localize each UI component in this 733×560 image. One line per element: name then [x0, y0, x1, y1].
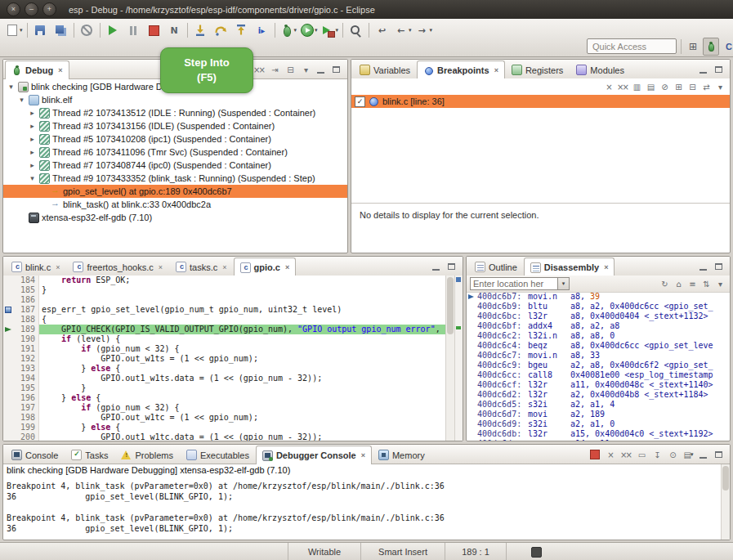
- tab-gpio-c[interactable]: gpio.c×: [234, 258, 297, 276]
- maximize-icon[interactable]: [445, 260, 458, 273]
- expander-icon[interactable]: ▸: [28, 148, 37, 156]
- ruler-cell[interactable]: [3, 413, 13, 423]
- instruction-stepping-button[interactable]: i▸: [252, 20, 272, 40]
- terminate-icon[interactable]: [588, 448, 601, 461]
- close-icon[interactable]: ×: [58, 66, 62, 74]
- console-output[interactable]: Breakpoint 4, blink_task (pvParameter=0x…: [7, 481, 718, 540]
- quick-access-box[interactable]: Quick Access: [587, 38, 677, 54]
- line-number[interactable]: 197: [13, 403, 35, 413]
- code-area[interactable]: return ESP_OK;} esp_err_t gpio_set_level…: [39, 276, 445, 441]
- ruler-cell[interactable]: [3, 295, 13, 305]
- close-icon[interactable]: ×: [56, 263, 60, 271]
- chevron-down-icon[interactable]: ▾: [409, 27, 412, 34]
- ruler-cell[interactable]: [3, 334, 13, 344]
- tab-memory[interactable]: Memory: [372, 446, 431, 464]
- code-line[interactable]: GPIO.out_w1ts = (1 << gpio_num);: [39, 354, 445, 364]
- tab-debug[interactable]: Debug ×: [5, 60, 69, 79]
- line-number[interactable]: 188: [13, 315, 35, 325]
- disassembly-line[interactable]: 400dc6b9:bltua8, a2, 0x400dc6cc <gpio_se…: [467, 302, 730, 311]
- status-progress-icon[interactable]: [531, 547, 542, 558]
- remove-all-terminated-icon[interactable]: ××: [252, 63, 266, 76]
- tab-registers[interactable]: Registers: [505, 60, 570, 78]
- code-line[interactable]: } else {: [39, 364, 445, 374]
- location-input[interactable]: Enter location her ▾: [470, 277, 570, 290]
- maximize-icon[interactable]: [712, 448, 726, 461]
- line-number[interactable]: 198: [13, 413, 35, 423]
- window-close-button[interactable]: ×: [7, 2, 20, 16]
- disassembly-line[interactable]: 400dc6c4:beqza8, 0x400dc6cc <gpio_set_le…: [467, 341, 730, 351]
- line-number[interactable]: 186: [13, 295, 35, 305]
- disassembly-line[interactable]: 400dc6d2:l32ra2, 0x400d04b8 <_stext+1184…: [467, 390, 730, 400]
- scroll-lock-icon[interactable]: ↧: [650, 448, 664, 461]
- refresh-icon[interactable]: ↻: [657, 277, 671, 290]
- save-button[interactable]: [30, 20, 51, 40]
- tab-outline[interactable]: Outline: [468, 258, 524, 276]
- disassembly-line[interactable]: 400dc6de:mov.na14, a11: [467, 439, 730, 441]
- view-menu-icon[interactable]: ▾: [713, 80, 726, 93]
- debug-tree-row[interactable]: ▸Thread #3 1073413156 (IDLE) (Suspended …: [3, 119, 347, 132]
- ruler-cell[interactable]: [3, 276, 13, 285]
- tab-tasks[interactable]: Tasks: [65, 446, 114, 464]
- tab-freertos-hooks-c[interactable]: freertos_hooks.c×: [66, 258, 169, 276]
- debug-tree-row[interactable]: ▸Thread #6 1073411096 (Tmr Svc) (Suspend…: [3, 146, 347, 159]
- overview-ruler[interactable]: [454, 276, 463, 441]
- step-into-button[interactable]: [190, 20, 211, 40]
- pin-console-icon[interactable]: ⊙: [665, 448, 679, 461]
- line-number[interactable]: 196: [13, 393, 35, 403]
- disassembly-lines[interactable]: 400dc6b7:movi.na8, 39400dc6b9:bltua8, a2…: [467, 292, 730, 441]
- code-line[interactable]: if (gpio_num < 32) {: [39, 344, 445, 354]
- open-perspective-button[interactable]: ⊞: [685, 38, 701, 56]
- skip-all-breakpoints-icon[interactable]: ⊘: [657, 80, 671, 93]
- code-line[interactable]: GPIO.out1_w1ts.data = (1 << (gpio_num - …: [39, 374, 445, 383]
- back-button[interactable]: ←▾: [392, 20, 413, 40]
- line-number[interactable]: 200: [13, 432, 35, 441]
- forward-button[interactable]: →▾: [413, 20, 435, 40]
- ruler-cell[interactable]: [3, 305, 13, 315]
- close-icon[interactable]: ×: [285, 263, 289, 271]
- last-edit-location-button[interactable]: ↩: [372, 20, 392, 40]
- disassembly-line[interactable]: 400dc6d5:s32ia2, a1, 4: [467, 400, 730, 410]
- view-menu-icon[interactable]: ▾: [713, 277, 726, 290]
- code-line[interactable]: esp_err_t gpio_set_level(gpio_num_t gpio…: [39, 305, 445, 315]
- disassembly-line[interactable]: 400dc6c2:l32i.na8, a8, 0: [467, 331, 730, 341]
- line-number[interactable]: 195: [13, 383, 35, 393]
- ruler-cell[interactable]: [3, 432, 13, 441]
- debug-tree-row[interactable]: gpio_set_level() at gpio.c:189 0x400dc6b…: [3, 185, 347, 198]
- line-number[interactable]: 190: [13, 334, 35, 344]
- line-number-ruler[interactable]: 1841851861871881891901911921931941951961…: [13, 276, 39, 441]
- close-icon[interactable]: ×: [604, 263, 608, 271]
- disassembly-line[interactable]: 400dc6d7:movia2, 189: [467, 410, 730, 419]
- disassembly-line[interactable]: 400dc6c9:bgeua2, a8, 0x400dc6f2 <gpio_se…: [467, 361, 730, 370]
- code-line[interactable]: if (level) {: [39, 334, 445, 344]
- line-number[interactable]: 199: [13, 423, 35, 432]
- ruler-cell[interactable]: [3, 393, 13, 403]
- line-number[interactable]: 191: [13, 344, 35, 354]
- code-line[interactable]: return ESP_OK;: [39, 276, 445, 285]
- expander-icon[interactable]: ▾: [28, 174, 37, 182]
- link-with-debug-icon[interactable]: ⇄: [699, 80, 713, 93]
- expander-icon[interactable]: ▾: [17, 96, 26, 104]
- annotation-ruler[interactable]: [3, 276, 13, 441]
- debug-tree-row[interactable]: blink_task() at blink.c:33 0x400dbc2a: [3, 198, 347, 211]
- home-icon[interactable]: ⌂: [671, 277, 685, 290]
- expander-icon[interactable]: ▾: [7, 83, 16, 91]
- remove-all-icon[interactable]: ××: [615, 80, 629, 93]
- line-number[interactable]: 194: [13, 374, 35, 383]
- line-number[interactable]: 185: [13, 285, 35, 295]
- ruler-cell[interactable]: [3, 423, 13, 432]
- ruler-cell[interactable]: [3, 374, 13, 383]
- code-line[interactable]: {: [39, 315, 445, 325]
- tab-disassembly[interactable]: Disassembly×: [524, 258, 615, 276]
- skip-all-breakpoints-button[interactable]: [77, 20, 97, 40]
- view-menu-icon[interactable]: ▾: [298, 63, 312, 76]
- tab-variables[interactable]: Variables: [353, 60, 417, 78]
- ruler-cell[interactable]: [3, 383, 13, 393]
- go-to-file-icon[interactable]: ▤: [643, 80, 657, 93]
- tab-blink-c[interactable]: blink.c×: [5, 258, 66, 276]
- maximize-icon[interactable]: [712, 260, 726, 273]
- tab-breakpoints[interactable]: Breakpoints×: [417, 60, 505, 79]
- editor-scrollbar[interactable]: [445, 276, 454, 441]
- expander-icon[interactable]: ▸: [28, 109, 37, 117]
- expand-all-icon[interactable]: ⊞: [671, 80, 685, 93]
- code-line[interactable]: }: [39, 285, 445, 295]
